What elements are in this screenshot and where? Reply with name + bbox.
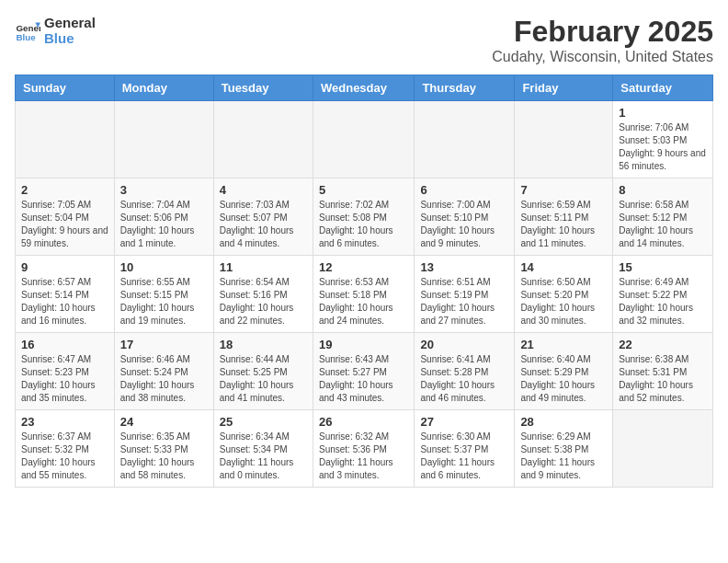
week-row-1: 2Sunrise: 7:05 AM Sunset: 5:04 PM Daylig…: [16, 178, 713, 256]
day-number: 16: [21, 338, 108, 351]
calendar-cell: 15Sunrise: 6:49 AM Sunset: 5:22 PM Dayli…: [613, 256, 713, 333]
week-row-2: 9Sunrise: 6:57 AM Sunset: 5:14 PM Daylig…: [16, 256, 713, 333]
day-info: Sunrise: 6:50 AM Sunset: 5:20 PM Dayligh…: [520, 276, 607, 327]
day-number: 23: [21, 415, 108, 429]
calendar-cell: [16, 101, 115, 178]
weekday-header-wednesday: Wednesday: [313, 75, 414, 101]
calendar-cell: 28Sunrise: 6:29 AM Sunset: 5:38 PM Dayli…: [515, 410, 613, 488]
day-info: Sunrise: 6:29 AM Sunset: 5:38 PM Dayligh…: [520, 431, 607, 482]
week-row-0: 1Sunrise: 7:06 AM Sunset: 5:03 PM Daylig…: [16, 101, 713, 178]
calendar-cell: [213, 101, 313, 178]
day-number: 26: [319, 415, 408, 429]
day-info: Sunrise: 6:30 AM Sunset: 5:37 PM Dayligh…: [420, 431, 508, 482]
day-info: Sunrise: 6:53 AM Sunset: 5:18 PM Dayligh…: [319, 276, 408, 327]
calendar-cell: 11Sunrise: 6:54 AM Sunset: 5:16 PM Dayli…: [213, 256, 313, 333]
day-number: 22: [619, 338, 707, 351]
day-number: 13: [420, 260, 508, 274]
weekday-header-sunday: Sunday: [16, 75, 115, 101]
day-number: 21: [520, 338, 607, 351]
month-title: February 2025: [492, 15, 713, 49]
day-info: Sunrise: 6:47 AM Sunset: 5:23 PM Dayligh…: [21, 353, 108, 405]
calendar-cell: 2Sunrise: 7:05 AM Sunset: 5:04 PM Daylig…: [16, 178, 115, 256]
logo: General Blue General Blue: [15, 15, 96, 46]
day-number: 10: [120, 260, 208, 274]
week-row-3: 16Sunrise: 6:47 AM Sunset: 5:23 PM Dayli…: [16, 333, 713, 410]
calendar-cell: 21Sunrise: 6:40 AM Sunset: 5:29 PM Dayli…: [515, 333, 613, 410]
day-info: Sunrise: 6:51 AM Sunset: 5:19 PM Dayligh…: [420, 276, 508, 327]
day-info: Sunrise: 6:58 AM Sunset: 5:12 PM Dayligh…: [619, 199, 707, 250]
calendar-cell: 26Sunrise: 6:32 AM Sunset: 5:36 PM Dayli…: [313, 410, 414, 488]
logo-general-text: General: [44, 15, 96, 30]
calendar-cell: 4Sunrise: 7:03 AM Sunset: 5:07 PM Daylig…: [213, 178, 313, 256]
day-number: 18: [220, 338, 307, 351]
day-number: 17: [120, 338, 208, 351]
calendar-cell: 10Sunrise: 6:55 AM Sunset: 5:15 PM Dayli…: [114, 256, 213, 333]
day-info: Sunrise: 6:37 AM Sunset: 5:32 PM Dayligh…: [21, 431, 108, 482]
day-info: Sunrise: 6:35 AM Sunset: 5:33 PM Dayligh…: [120, 431, 208, 482]
calendar-cell: 25Sunrise: 6:34 AM Sunset: 5:34 PM Dayli…: [213, 410, 313, 488]
calendar-cell: 12Sunrise: 6:53 AM Sunset: 5:18 PM Dayli…: [313, 256, 414, 333]
day-number: 27: [420, 415, 508, 429]
day-info: Sunrise: 6:46 AM Sunset: 5:24 PM Dayligh…: [120, 353, 208, 405]
day-number: 5: [319, 183, 408, 197]
day-number: 28: [520, 415, 607, 429]
calendar-cell: [415, 101, 515, 178]
day-number: 14: [520, 260, 607, 274]
calendar-cell: 6Sunrise: 7:00 AM Sunset: 5:10 PM Daylig…: [415, 178, 515, 256]
day-number: 7: [520, 183, 607, 197]
weekday-header-row: SundayMondayTuesdayWednesdayThursdayFrid…: [16, 75, 713, 101]
day-info: Sunrise: 7:05 AM Sunset: 5:04 PM Dayligh…: [21, 199, 108, 250]
svg-text:Blue: Blue: [16, 32, 36, 42]
day-info: Sunrise: 7:03 AM Sunset: 5:07 PM Dayligh…: [220, 199, 307, 250]
day-number: 4: [220, 183, 307, 197]
logo-icon: General Blue: [15, 17, 40, 43]
calendar-cell: 8Sunrise: 6:58 AM Sunset: 5:12 PM Daylig…: [613, 178, 713, 256]
weekday-header-saturday: Saturday: [613, 75, 713, 101]
calendar-cell: 20Sunrise: 6:41 AM Sunset: 5:28 PM Dayli…: [415, 333, 515, 410]
calendar-cell: 13Sunrise: 6:51 AM Sunset: 5:19 PM Dayli…: [415, 256, 515, 333]
day-info: Sunrise: 7:04 AM Sunset: 5:06 PM Dayligh…: [120, 199, 208, 250]
calendar-cell: [613, 410, 713, 488]
day-number: 11: [220, 260, 307, 274]
calendar-cell: 16Sunrise: 6:47 AM Sunset: 5:23 PM Dayli…: [16, 333, 115, 410]
day-info: Sunrise: 6:32 AM Sunset: 5:36 PM Dayligh…: [319, 431, 408, 482]
day-number: 6: [420, 183, 508, 197]
day-number: 24: [120, 415, 208, 429]
calendar-cell: 7Sunrise: 6:59 AM Sunset: 5:11 PM Daylig…: [515, 178, 613, 256]
day-number: 15: [619, 260, 707, 274]
calendar-cell: 22Sunrise: 6:38 AM Sunset: 5:31 PM Dayli…: [613, 333, 713, 410]
day-number: 1: [619, 106, 707, 120]
day-info: Sunrise: 6:40 AM Sunset: 5:29 PM Dayligh…: [520, 353, 607, 405]
weekday-header-monday: Monday: [114, 75, 213, 101]
day-info: Sunrise: 6:59 AM Sunset: 5:11 PM Dayligh…: [520, 199, 607, 250]
day-number: 12: [319, 260, 408, 274]
calendar-cell: 1Sunrise: 7:06 AM Sunset: 5:03 PM Daylig…: [613, 101, 713, 178]
day-info: Sunrise: 6:49 AM Sunset: 5:22 PM Dayligh…: [619, 276, 707, 327]
calendar-cell: 18Sunrise: 6:44 AM Sunset: 5:25 PM Dayli…: [213, 333, 313, 410]
header: General Blue General Blue February 2025 …: [15, 15, 713, 65]
day-number: 2: [21, 183, 108, 197]
day-info: Sunrise: 7:00 AM Sunset: 5:10 PM Dayligh…: [420, 199, 508, 250]
day-info: Sunrise: 7:06 AM Sunset: 5:03 PM Dayligh…: [619, 121, 707, 173]
day-info: Sunrise: 6:34 AM Sunset: 5:34 PM Dayligh…: [220, 431, 307, 482]
calendar-cell: 5Sunrise: 7:02 AM Sunset: 5:08 PM Daylig…: [313, 178, 414, 256]
day-number: 19: [319, 338, 408, 351]
day-info: Sunrise: 6:38 AM Sunset: 5:31 PM Dayligh…: [619, 353, 707, 405]
weekday-header-thursday: Thursday: [415, 75, 515, 101]
logo-blue-text: Blue: [44, 30, 96, 46]
day-number: 9: [21, 260, 108, 274]
calendar-cell: [313, 101, 414, 178]
location-title: Cudahy, Wisconsin, United States: [492, 49, 713, 65]
calendar-cell: 19Sunrise: 6:43 AM Sunset: 5:27 PM Dayli…: [313, 333, 414, 410]
weekday-header-friday: Friday: [515, 75, 613, 101]
calendar-cell: [515, 101, 613, 178]
title-area: February 2025 Cudahy, Wisconsin, United …: [492, 15, 713, 65]
day-info: Sunrise: 7:02 AM Sunset: 5:08 PM Dayligh…: [319, 199, 408, 250]
weekday-header-tuesday: Tuesday: [213, 75, 313, 101]
calendar-cell: 23Sunrise: 6:37 AM Sunset: 5:32 PM Dayli…: [16, 410, 115, 488]
day-number: 20: [420, 338, 508, 351]
day-number: 8: [619, 183, 707, 197]
day-info: Sunrise: 6:57 AM Sunset: 5:14 PM Dayligh…: [21, 276, 108, 327]
calendar-cell: 14Sunrise: 6:50 AM Sunset: 5:20 PM Dayli…: [515, 256, 613, 333]
calendar-cell: 3Sunrise: 7:04 AM Sunset: 5:06 PM Daylig…: [114, 178, 213, 256]
